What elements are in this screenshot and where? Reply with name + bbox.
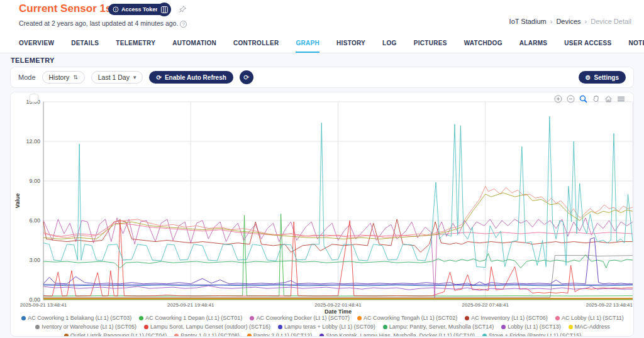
legend-label: Iventory or Warehouse (Lt 1) (SCT05) — [42, 324, 136, 330]
legend-item[interactable]: Lampu teras + Lobby (Lt 1) (SCT09) — [278, 324, 375, 330]
tab-user-access[interactable]: USER ACCESS — [564, 35, 611, 53]
legend-label: Pantry 2 (Lt 1) (SCT12) — [253, 332, 313, 337]
svg-text:9.00: 9.00 — [29, 178, 40, 184]
legend-dot — [64, 334, 69, 337]
legend-dot — [278, 325, 282, 329]
legend-item[interactable]: Outlet Listrik Panggung (Lt 1) (SCT04) — [64, 332, 167, 337]
legend-label: Lampu Sorot, Lampu Genset (outdoor) (SCT… — [150, 324, 270, 330]
tab-controller[interactable]: CONTROLLER — [233, 35, 279, 53]
mode-value: History — [49, 74, 70, 81]
tab-bar: OVERVIEWDETAILSTELEMETRYAUTOMATIONCONTRO… — [0, 35, 644, 53]
legend-item[interactable]: Iventory or Warehouse (Lt 1) (SCT05) — [35, 324, 136, 330]
svg-text:12.00: 12.00 — [26, 138, 40, 144]
updown-arrows-icon: ⇅ — [73, 74, 78, 80]
section-title: TELEMETRY — [11, 57, 55, 64]
auto-refresh-label: Enable Auto Refresh — [165, 74, 226, 81]
legend-label: Lobby (Lt 1) (SCT13) — [508, 324, 561, 330]
refresh-button[interactable]: ⟳ — [240, 70, 253, 84]
breadcrumb-item[interactable]: IoT Stadium — [509, 18, 547, 25]
legend-label: AC Coworking Tengah (Lt 1) (SCT02) — [364, 315, 457, 322]
legend-dot — [319, 334, 324, 337]
legend-item[interactable]: MAC-Address — [569, 324, 610, 330]
columns-icon — [161, 6, 168, 13]
tab-history[interactable]: HISTORY — [336, 35, 365, 53]
legend-label: Lampu: Pantry, Server, Musholla (SCT14) — [389, 324, 494, 330]
legend-item[interactable]: AC Lobby (Lt 1) (SCT11) — [555, 315, 624, 322]
tab-details[interactable]: DETAILS — [71, 35, 99, 53]
legend-label: AC Lobby (Lt 1) (SCT11) — [562, 315, 624, 322]
chart-card: 0.003.006.009.0012.0015.002025-09-21 13:… — [10, 92, 634, 337]
telemetry-chart[interactable]: 0.003.006.009.0012.0015.002025-09-21 13:… — [11, 92, 634, 337]
tab-graph[interactable]: GRAPH — [296, 35, 319, 53]
legend-label: Outlet Listrik Panggung (Lt 1) (SCT04) — [70, 332, 167, 337]
legend-dot — [35, 325, 40, 329]
legend-dot — [555, 316, 560, 320]
tab-log[interactable]: LOG — [382, 35, 397, 53]
legend-dot — [250, 316, 254, 320]
legend-dot — [174, 334, 179, 337]
svg-text:2025-09-21 13:48:41: 2025-09-21 13:48:41 — [20, 302, 67, 308]
tab-pictures[interactable]: PICTURES — [414, 35, 447, 53]
legend-item[interactable]: Lampu: Pantry, Server, Musholla (SCT14) — [383, 324, 494, 330]
pan-icon[interactable] — [591, 94, 601, 104]
legend-item[interactable]: AC Coworking 1 Depan (Lt 1) (SCT01) — [139, 315, 242, 322]
legend-dot — [21, 316, 26, 320]
tab-alarms[interactable]: ALARMS — [519, 35, 548, 53]
mode-select[interactable]: History ⇅ — [42, 71, 85, 84]
legend-label: Lampu teras + Lobby (Lt 1) (SCT09) — [284, 324, 375, 330]
auto-refresh-button[interactable]: ⟳ Enable Auto Refresh — [149, 71, 233, 84]
legend-label: Stop Kontak, Lampu Hias, Musholla, Docke… — [326, 332, 475, 337]
time-range-value: Last 1 Day — [98, 74, 130, 81]
tab-watchdog[interactable]: WATCHDOG — [464, 35, 502, 53]
legend-dot — [501, 325, 506, 329]
legend-item[interactable]: AC Coworking 1 Belakang (Lt 1) (SCT03) — [21, 315, 131, 322]
zoom-select-icon[interactable] — [579, 94, 588, 104]
legend-dot — [383, 325, 387, 329]
legend-dot — [144, 325, 148, 329]
legend-label: Stove + Fridge (Pantry Lt 1) (SCT15) — [489, 332, 581, 337]
legend-label: AC Coworking 1 Belakang (Lt 1) (SCT03) — [28, 315, 131, 322]
legend-item[interactable]: AC Coworking Tengah (Lt 1) (SCT02) — [357, 315, 457, 322]
legend-label: AC Inveventory (Lt 1) (SCT06) — [471, 315, 548, 322]
legend-item[interactable]: Lobby (Lt 1) (SCT13) — [501, 324, 561, 330]
svg-text:2025-09-22 07:48:41: 2025-09-22 07:48:41 — [462, 302, 509, 308]
pin-icon — [179, 5, 187, 13]
refresh-icon: ⟳ — [243, 74, 249, 82]
chevron-right-icon: › — [550, 18, 553, 25]
legend-label: MAC-Address — [575, 324, 610, 330]
chart-legend: AC Coworking 1 Belakang (Lt 1) (SCT03)AC… — [11, 313, 634, 337]
settings-button[interactable]: ⚙ Settings — [579, 71, 626, 84]
chevron-down-icon: ▾ — [133, 74, 136, 80]
chart-toolbar — [553, 94, 626, 104]
pin-button[interactable] — [177, 5, 187, 15]
legend-item[interactable]: Pantry 1 (Lt 1) (SCT08) — [174, 332, 240, 337]
page-header: Current Sensor 1st Floor i Access Token … — [0, 0, 644, 34]
breadcrumb-item[interactable]: Devices — [556, 18, 580, 25]
zoom-in-icon[interactable] — [553, 94, 563, 104]
legend-item[interactable]: Lampu Sorot, Lampu Genset (outdoor) (SCT… — [144, 324, 270, 330]
access-token-label: Access Token — [121, 6, 159, 13]
chart-drag-handle[interactable] — [30, 94, 38, 102]
tab-notes[interactable]: NOTES — [629, 35, 644, 53]
help-icon[interactable]: ? — [180, 21, 187, 28]
legend-dot — [357, 316, 362, 320]
legend-item[interactable]: Pantry 2 (Lt 1) (SCT12) — [247, 332, 313, 337]
gear-icon: ⚙ — [586, 74, 591, 81]
legend-item[interactable]: Stop Kontak, Lampu Hias, Musholla, Docke… — [319, 332, 475, 337]
info-icon: i — [113, 6, 119, 13]
columns-button[interactable] — [157, 3, 171, 16]
svg-text:3.00: 3.00 — [29, 257, 40, 263]
tab-overview[interactable]: OVERVIEW — [19, 35, 54, 53]
tab-automation[interactable]: AUTOMATION — [172, 35, 216, 53]
svg-text:6.00: 6.00 — [29, 217, 40, 224]
home-icon[interactable] — [604, 94, 613, 104]
legend-item[interactable]: AC Inveventory (Lt 1) (SCT06) — [465, 315, 548, 322]
menu-icon[interactable] — [616, 94, 626, 104]
svg-text:2025-09-22 13:48:41: 2025-09-22 13:48:41 — [586, 302, 633, 308]
legend-dot — [569, 325, 573, 329]
legend-item[interactable]: AC Coworking Docker (Lt 1) (SCT07) — [250, 315, 350, 322]
zoom-out-icon[interactable] — [566, 94, 575, 104]
tab-telemetry[interactable]: TELEMETRY — [116, 35, 155, 53]
legend-item[interactable]: Stove + Fridge (Pantry Lt 1) (SCT15) — [482, 332, 581, 337]
time-range-select[interactable]: Last 1 Day ▾ — [91, 71, 143, 84]
